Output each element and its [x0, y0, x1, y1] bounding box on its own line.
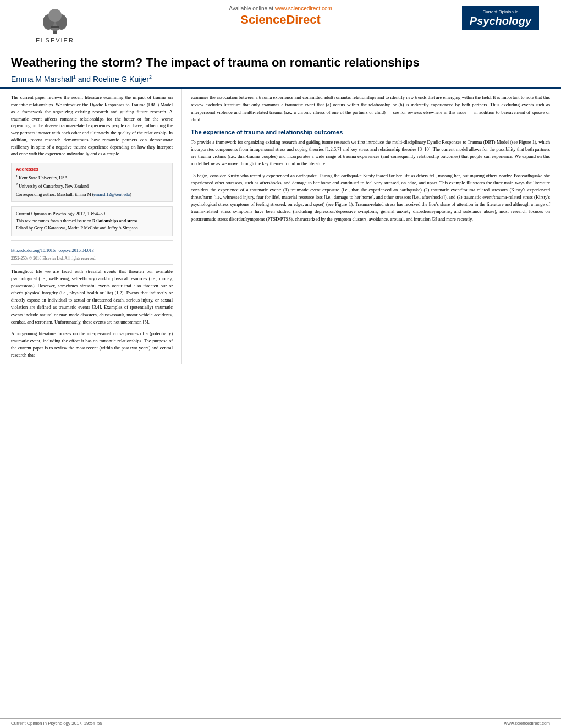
authors-and: and Roeline G Kuijer: [78, 74, 149, 83]
header-center: Available online at www.sciencedirect.co…: [99, 6, 462, 27]
address-box: Addresses 1 Kent State University, USA 2…: [11, 163, 173, 202]
title-area: Weathering the storm? The impact of trau…: [0, 47, 561, 89]
journal-info: Current Opinion in Psychology 2017, 13:5…: [16, 210, 168, 218]
page-footer: Current Opinion in Psychology 2017, 19:5…: [0, 718, 561, 728]
section1-para1: To provide a framework for organizing ex…: [191, 139, 550, 168]
content-area: The current paper reviews the recent lit…: [0, 89, 561, 363]
journal-badge: Current Opinion in Psychology: [462, 6, 539, 30]
author2-sup: 2: [149, 74, 152, 80]
footer-left: Current Opinion in Psychology 2017, 19:5…: [11, 721, 102, 726]
elsevier-wordmark: ELSEVIER: [36, 37, 74, 43]
abstract-text: The current paper reviews the recent lit…: [11, 94, 173, 157]
footer-right: www.sciencedirect.com: [504, 721, 550, 726]
sciencedirect-url[interactable]: www.sciencedirect.com: [275, 6, 332, 12]
address2: 2 University of Canterbury, New Zealand: [16, 182, 168, 190]
addresses-title: Addresses: [16, 167, 168, 172]
doi-box: http://dx.doi.org/10.1016/j.copsyc.2016.…: [11, 240, 173, 265]
themed-issue-line: This review comes from a themed issue on…: [16, 218, 168, 225]
available-online-text: Available online at www.sciencedirect.co…: [99, 6, 462, 12]
corresponding-author: Corresponding author: Marshall, Emma M (…: [16, 191, 168, 198]
doi-link[interactable]: http://dx.doi.org/10.1016/j.copsyc.2016.…: [11, 248, 94, 253]
svg-rect-5: [51, 26, 59, 28]
section1-heading: The experience of trauma and relationshi…: [191, 129, 550, 135]
info-box: Current Opinion in Psychology 2017, 13:5…: [11, 206, 173, 236]
elsevier-tree-icon: [38, 6, 72, 36]
address1-sup: 1: [16, 174, 18, 178]
address2-sup: 2: [16, 182, 18, 186]
themed-issue-bold: Relationships and stress: [92, 218, 138, 223]
page-header: ELSEVIER Available online at www.science…: [0, 0, 561, 47]
svg-point-4: [48, 9, 62, 22]
journal-badge-main: Psychology: [468, 15, 534, 27]
corresponding-email-link[interactable]: emarsh12@kent.edu: [94, 192, 130, 197]
section1-para2: To begin, consider Kirsty who recently e…: [191, 172, 550, 223]
copyright-text: 2352-250/ © 2016 Elsevier Ltd. All right…: [11, 256, 173, 261]
journal-badge-top: Current Opinion in: [468, 9, 534, 15]
elsevier-logo: ELSEVIER: [11, 6, 99, 43]
sciencedirect-title: ScienceDirect: [99, 13, 462, 27]
right-para1: examines the association between a traum…: [191, 94, 550, 123]
intro-para1: Throughout life we are faced with stress…: [11, 268, 173, 326]
address1: 1 Kent State University, USA: [16, 173, 168, 182]
authors-line: Emma M Marshall1 and Roeline G Kuijer2: [11, 74, 550, 84]
editors-line: Edited by Gery C Karantzas, Marita P McC…: [16, 225, 168, 232]
journal-badge-area: Current Opinion in Psychology: [462, 6, 550, 30]
article-title: Weathering the storm? The impact of trau…: [11, 55, 550, 71]
elsevier-logo-area: ELSEVIER: [11, 6, 99, 43]
author1-name: Emma M Marshall: [11, 74, 73, 83]
author1-sup: 1: [73, 74, 76, 80]
right-column: examines the association between a traum…: [182, 89, 550, 363]
left-column: The current paper reviews the recent lit…: [11, 89, 182, 363]
intro-para2: A burgeoning literature focuses on the i…: [11, 330, 173, 359]
